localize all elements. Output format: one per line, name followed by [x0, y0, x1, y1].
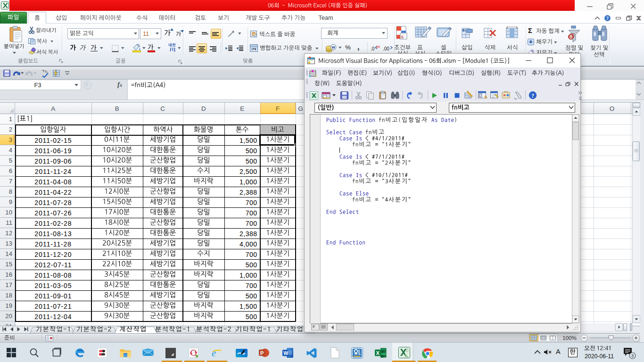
- svg-text:X: X: [376, 350, 380, 356]
- svg-text:W: W: [283, 350, 288, 356]
- svg-text:e: e: [212, 347, 216, 359]
- svg-text:.0: .0: [371, 46, 375, 51]
- svg-text:?: ?: [531, 92, 534, 99]
- svg-text:00: 00: [376, 45, 380, 49]
- svg-text:P: P: [260, 350, 264, 356]
- svg-text:.00: .00: [383, 46, 389, 51]
- svg-text:3: 3: [631, 354, 634, 358]
- svg-text:≤: ≤: [401, 34, 404, 39]
- svg-text:?: ?: [606, 16, 609, 21]
- svg-text:W: W: [331, 45, 335, 49]
